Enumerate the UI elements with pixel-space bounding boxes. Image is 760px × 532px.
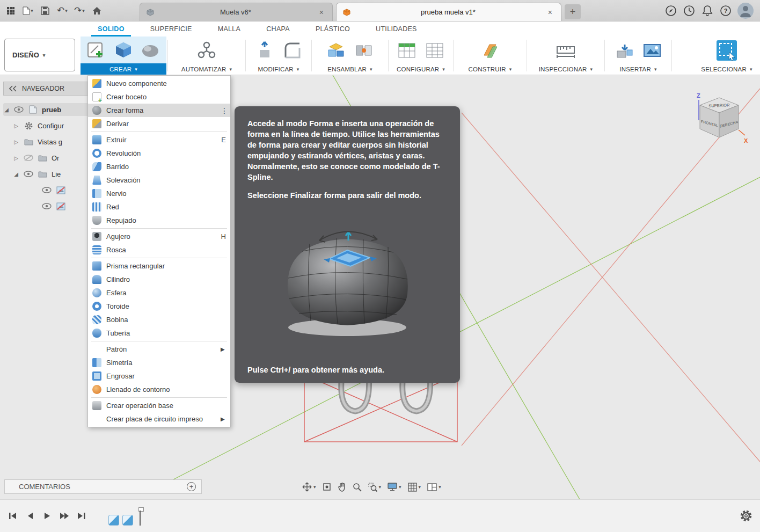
menu-item-patron[interactable]: Patrón ▶ (88, 342, 230, 356)
menu-item-agujero[interactable]: Agujero H (88, 230, 230, 243)
look-at-button[interactable] (321, 480, 333, 493)
group-automatizar-label-button[interactable]: AUTOMATIZAR ▾ (169, 63, 244, 75)
timeline-position-marker[interactable] (136, 507, 144, 526)
joint-tool-icon[interactable] (353, 39, 375, 62)
expand-triangle-icon[interactable]: ◢ (3, 107, 10, 113)
menu-item-crear-forma[interactable]: Crear forma ⋮ (88, 104, 230, 117)
create-form-tool-icon[interactable] (140, 39, 161, 62)
collapsed-triangle-icon[interactable]: ▷ (13, 155, 19, 161)
add-comment-icon[interactable]: + (187, 482, 196, 491)
collapsed-triangle-icon[interactable]: ▷ (13, 139, 19, 145)
zoom-button[interactable] (351, 480, 363, 493)
insert-image-tool-icon[interactable] (641, 39, 663, 62)
visibility-eye-icon[interactable] (24, 169, 33, 179)
fillet-tool-icon[interactable] (281, 39, 304, 62)
create-sketch-tool-icon[interactable] (86, 39, 107, 62)
close-tab-icon[interactable]: × (317, 8, 326, 17)
tab-plastico[interactable]: PLÁSTICO (304, 21, 362, 37)
tab-superficie[interactable]: SUPERFICIE (138, 21, 204, 37)
tab-chapa[interactable]: CHAPA (254, 21, 302, 37)
viewports-button[interactable]: ▾ (426, 480, 443, 493)
menu-item-derivar[interactable]: Derivar (88, 117, 230, 130)
close-tab-icon[interactable]: × (546, 8, 554, 17)
menu-item-esfera[interactable]: Esfera (88, 286, 230, 300)
save-button[interactable] (38, 3, 53, 19)
menu-item-solevacion[interactable]: Solevación (88, 173, 230, 187)
measure-tool-icon[interactable] (554, 39, 577, 62)
timeline-feature-form-1[interactable] (108, 515, 119, 526)
menu-item-rosca[interactable]: Rosca (88, 243, 230, 257)
go-to-start-button[interactable] (6, 509, 19, 522)
group-construir-label-button[interactable]: CONSTRUIR ▾ (455, 63, 525, 75)
menu-item-nuevo-componente[interactable]: Nuevo componente (88, 77, 230, 90)
options-kebab-icon[interactable]: ⋮ (221, 106, 226, 115)
notifications-bell-icon[interactable] (701, 4, 714, 17)
menu-item-nervio[interactable]: Nervio (88, 187, 230, 200)
menu-item-crear-operacion-base[interactable]: Crear operación base (88, 399, 230, 412)
menu-item-extruir[interactable]: Extruir E (88, 133, 230, 147)
redo-button[interactable]: ↷ ▾ (72, 3, 87, 19)
tab-malla[interactable]: MALLA (206, 21, 253, 37)
menu-item-cilindro[interactable]: Cilindro (88, 273, 230, 286)
new-document-tab-button[interactable]: + (565, 4, 581, 19)
zoom-window-button[interactable]: ▾ (367, 480, 383, 493)
menu-item-crear-boceto[interactable]: Crear boceto (88, 90, 230, 104)
group-insertar-label-button[interactable]: INSERTAR ▾ (606, 63, 670, 75)
design-workspace-dropdown[interactable]: DISEÑO ▾ (4, 39, 75, 71)
configuration-table-tool-icon[interactable] (423, 39, 446, 62)
solid-box-tool-icon[interactable] (113, 39, 134, 62)
grid-settings-button[interactable]: ▾ (406, 480, 423, 493)
pan-button[interactable] (336, 480, 348, 493)
tab-utilidades[interactable]: UTILIDADES (364, 21, 429, 37)
menu-item-simetria[interactable]: Simetría (88, 356, 230, 369)
collapsed-triangle-icon[interactable]: ▷ (13, 123, 19, 129)
document-tab-muela-v6[interactable]: Muela v6* × (140, 3, 333, 21)
collapse-panel-icon[interactable] (9, 85, 17, 92)
comments-bar[interactable]: COMENTARIOS + (4, 479, 202, 494)
extensions-compass-icon[interactable] (664, 4, 677, 17)
user-avatar[interactable] (737, 3, 754, 19)
new-component-tool-icon[interactable] (325, 39, 347, 62)
step-back-button[interactable] (24, 509, 36, 522)
menu-item-engrosar[interactable]: Engrosar (88, 369, 230, 383)
menu-item-revolucion[interactable]: Revolución (88, 147, 230, 160)
expand-triangle-icon[interactable]: ◢ (13, 171, 19, 177)
menu-item-prisma-rectangular[interactable]: Prisma rectangular (88, 259, 230, 273)
insert-derive-tool-icon[interactable] (613, 39, 635, 62)
undo-button[interactable]: ↶ ▾ (55, 3, 70, 19)
group-modificar-label-button[interactable]: MODIFICAR ▾ (247, 63, 310, 75)
group-crear-label-button[interactable]: CREAR ▾ (81, 63, 166, 75)
go-to-end-button[interactable] (75, 509, 88, 522)
menu-item-tuberia[interactable]: Tubería (88, 326, 230, 340)
step-forward-button[interactable] (58, 509, 71, 522)
menu-item-toroide[interactable]: Toroide (88, 300, 230, 313)
group-inspeccionar-label-button[interactable]: INSPECCIONAR ▾ (528, 63, 603, 75)
hidden-eye-icon[interactable] (24, 153, 33, 163)
help-icon[interactable]: ? (719, 4, 732, 17)
group-configurar-label-button[interactable]: CONFIGURAR ▾ (390, 63, 452, 75)
visibility-eye-icon[interactable] (14, 105, 24, 114)
document-tab-prueba-muela[interactable]: prueba muela v1* × (336, 3, 561, 21)
menu-item-llenado-de-contorno[interactable]: Llenado de contorno (88, 383, 230, 396)
timeline-feature-form-2[interactable] (122, 515, 133, 526)
menu-item-barrido[interactable]: Barrido (88, 160, 230, 173)
viewport-canvas[interactable]: NAVEGADOR ◢ prueb ▷ Configur (0, 75, 760, 499)
group-seleccionar-label-button[interactable]: SELECCIONAR ▾ (693, 63, 760, 75)
construction-plane-tool-icon[interactable] (479, 39, 501, 62)
app-grid-icon[interactable] (3, 3, 18, 19)
visibility-eye-icon[interactable] (42, 201, 52, 211)
menu-item-repujado[interactable]: Repujado (88, 214, 230, 227)
timeline-settings-gear-icon[interactable] (740, 509, 752, 524)
play-button[interactable] (41, 509, 54, 522)
file-menu-button[interactable]: ▾ (20, 3, 35, 19)
group-ensamblar-label-button[interactable]: ENSAMBLAR ▾ (313, 63, 387, 75)
menu-item-bobina[interactable]: Bobina (88, 313, 230, 326)
viewcube[interactable]: Z SUPERIOR FRONTAL DERECHA X (685, 89, 749, 150)
press-pull-tool-icon[interactable] (253, 39, 276, 62)
job-status-clock-icon[interactable] (683, 4, 696, 17)
configuration-tool-icon[interactable] (396, 39, 418, 62)
orbit-button[interactable]: ▾ (301, 480, 318, 493)
tab-solido[interactable]: SOLIDO (86, 21, 136, 37)
select-tool-icon[interactable] (715, 39, 738, 62)
display-settings-button[interactable]: ▾ (386, 480, 403, 493)
